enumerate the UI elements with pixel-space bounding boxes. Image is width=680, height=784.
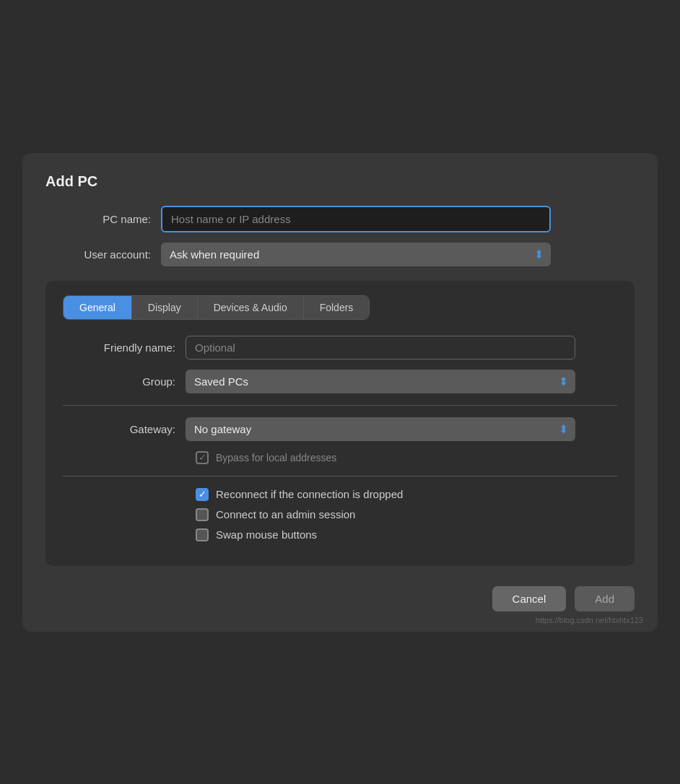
friendly-name-input[interactable]: [186, 336, 575, 360]
tabs-row: General Display Devices & Audio Folders: [63, 295, 370, 320]
reconnect-checkbox[interactable]: ✓: [196, 488, 209, 501]
pc-name-label: PC name:: [45, 213, 161, 225]
group-select[interactable]: Saved PCs: [186, 370, 575, 393]
user-account-select[interactable]: Ask when requiredAdd User Account...: [161, 243, 551, 266]
bypass-checkmark-icon: ✓: [199, 453, 206, 462]
tabs-container: General Display Devices & Audio Folders …: [45, 281, 635, 566]
swap-mouse-checkbox[interactable]: [196, 528, 209, 541]
admin-row: Connect to an admin session: [196, 508, 617, 521]
bypass-row: ✓ Bypass for local addresses: [196, 451, 617, 464]
gateway-row: Gateway: No gateway ⬍: [63, 417, 617, 441]
dialog-title: Add PC: [45, 173, 635, 190]
swap-mouse-row: Swap mouse buttons: [196, 528, 617, 541]
add-button[interactable]: Add: [575, 586, 635, 611]
add-pc-dialog: Add PC PC name: User account: Ask when r…: [22, 153, 658, 632]
tab-display[interactable]: Display: [132, 296, 198, 319]
gateway-label: Gateway:: [63, 423, 186, 435]
user-account-select-wrapper: Ask when requiredAdd User Account... ⬍: [161, 243, 551, 266]
checkboxes-section: ✓ Reconnect if the connection is dropped…: [196, 488, 617, 541]
divider-1: [63, 405, 617, 406]
admin-checkbox[interactable]: [196, 508, 209, 521]
footer-row: Cancel Add: [45, 586, 635, 611]
pc-name-input[interactable]: [161, 206, 551, 232]
friendly-name-row: Friendly name:: [63, 336, 617, 360]
reconnect-row: ✓ Reconnect if the connection is dropped: [196, 488, 617, 501]
tab-folders[interactable]: Folders: [304, 296, 370, 319]
tab-devices-audio[interactable]: Devices & Audio: [198, 296, 304, 319]
bypass-label: Bypass for local addresses: [216, 452, 336, 463]
group-row: Group: Saved PCs ⬍: [63, 370, 617, 393]
user-account-label: User account:: [45, 248, 161, 261]
cancel-button[interactable]: Cancel: [492, 586, 567, 611]
group-select-wrapper: Saved PCs ⬍: [186, 370, 575, 393]
tab-general[interactable]: General: [64, 296, 132, 319]
gateway-select-wrapper: No gateway ⬍: [186, 417, 575, 441]
divider-2: [63, 476, 617, 476]
group-label: Group:: [63, 375, 186, 388]
user-account-row: User account: Ask when requiredAdd User …: [45, 243, 635, 266]
admin-label: Connect to an admin session: [216, 508, 355, 521]
general-tab-content: Friendly name: Group: Saved PCs ⬍ Gatewa…: [63, 336, 617, 541]
swap-mouse-label: Swap mouse buttons: [216, 528, 317, 541]
friendly-name-label: Friendly name:: [63, 341, 186, 354]
reconnect-label: Reconnect if the connection is dropped: [216, 488, 403, 500]
gateway-select[interactable]: No gateway: [186, 417, 575, 441]
footer-url: https://blog.csdn.net/htxhtx123: [536, 616, 643, 624]
reconnect-checkmark-icon: ✓: [199, 489, 206, 499]
bypass-checkbox[interactable]: ✓: [196, 451, 209, 464]
pc-name-row: PC name:: [45, 206, 635, 232]
